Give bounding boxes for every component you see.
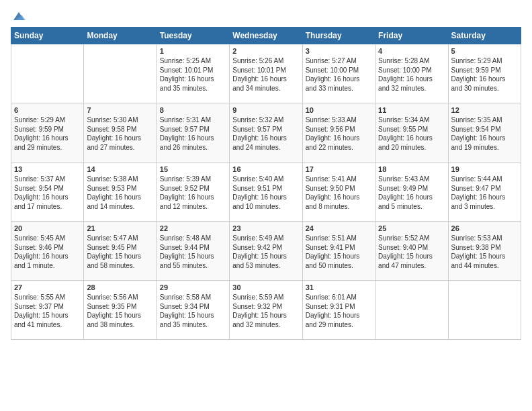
day-content: Sunrise: 5:48 AM Sunset: 9:44 PM Dayligh… (160, 234, 214, 269)
calendar-cell (84, 44, 157, 103)
day-number: 11 (378, 106, 445, 114)
header-cell-saturday: Saturday (448, 28, 521, 44)
day-number: 15 (160, 165, 226, 173)
calendar-cell: 20Sunrise: 5:45 AM Sunset: 9:46 PM Dayli… (11, 222, 84, 281)
calendar-week-1: 1Sunrise: 5:25 AM Sunset: 10:01 PM Dayli… (11, 44, 521, 103)
day-number: 16 (232, 165, 299, 173)
calendar-cell: 11Sunrise: 5:34 AM Sunset: 9:55 PM Dayli… (375, 103, 448, 163)
header-cell-friday: Friday (375, 28, 448, 44)
day-content: Sunrise: 5:38 AM Sunset: 9:53 PM Dayligh… (87, 175, 141, 210)
day-content: Sunrise: 5:59 AM Sunset: 9:32 PM Dayligh… (232, 293, 287, 328)
calendar-cell: 14Sunrise: 5:38 AM Sunset: 9:53 PM Dayli… (84, 163, 157, 222)
calendar-cell: 22Sunrise: 5:48 AM Sunset: 9:44 PM Dayli… (157, 222, 229, 281)
day-content: Sunrise: 5:43 AM Sunset: 9:49 PM Dayligh… (378, 175, 433, 210)
day-content: Sunrise: 5:52 AM Sunset: 9:40 PM Dayligh… (378, 234, 433, 269)
day-content: Sunrise: 5:58 AM Sunset: 9:34 PM Dayligh… (160, 293, 214, 328)
day-content: Sunrise: 5:53 AM Sunset: 9:38 PM Dayligh… (451, 234, 506, 269)
day-number: 26 (451, 224, 518, 232)
calendar-cell: 6Sunrise: 5:29 AM Sunset: 9:59 PM Daylig… (11, 103, 84, 163)
day-content: Sunrise: 5:30 AM Sunset: 9:58 PM Dayligh… (87, 116, 141, 151)
calendar-cell: 31Sunrise: 6:01 AM Sunset: 9:31 PM Dayli… (302, 281, 375, 340)
day-number: 10 (306, 106, 372, 114)
calendar-cell: 12Sunrise: 5:35 AM Sunset: 9:54 PM Dayli… (448, 103, 521, 163)
calendar-cell: 3Sunrise: 5:27 AM Sunset: 10:00 PM Dayli… (302, 44, 375, 103)
day-number: 29 (160, 283, 226, 291)
header-cell-sunday: Sunday (11, 28, 84, 44)
day-content: Sunrise: 5:55 AM Sunset: 9:37 PM Dayligh… (14, 293, 69, 328)
day-content: Sunrise: 5:51 AM Sunset: 9:41 PM Dayligh… (306, 234, 360, 269)
header-cell-thursday: Thursday (302, 28, 375, 44)
day-content: Sunrise: 6:01 AM Sunset: 9:31 PM Dayligh… (306, 293, 360, 328)
calendar-body: 1Sunrise: 5:25 AM Sunset: 10:01 PM Dayli… (11, 44, 521, 340)
calendar-cell: 2Sunrise: 5:26 AM Sunset: 10:01 PM Dayli… (230, 44, 302, 103)
day-number: 22 (160, 224, 226, 232)
day-number: 31 (306, 283, 372, 291)
calendar-cell: 16Sunrise: 5:40 AM Sunset: 9:51 PM Dayli… (230, 163, 302, 222)
calendar-table: SundayMondayTuesdayWednesdayThursdayFrid… (11, 27, 521, 340)
calendar-cell: 1Sunrise: 5:25 AM Sunset: 10:01 PM Dayli… (157, 44, 229, 103)
day-number: 14 (87, 165, 153, 173)
day-content: Sunrise: 5:29 AM Sunset: 9:59 PM Dayligh… (451, 57, 506, 92)
day-content: Sunrise: 5:26 AM Sunset: 10:01 PM Daylig… (232, 57, 287, 92)
page-header (11, 11, 521, 21)
calendar-week-3: 13Sunrise: 5:37 AM Sunset: 9:54 PM Dayli… (11, 163, 521, 222)
logo (11, 11, 26, 21)
day-content: Sunrise: 5:44 AM Sunset: 9:47 PM Dayligh… (451, 175, 506, 210)
header-cell-tuesday: Tuesday (157, 28, 229, 44)
calendar-cell: 8Sunrise: 5:31 AM Sunset: 9:57 PM Daylig… (157, 103, 229, 163)
day-content: Sunrise: 5:32 AM Sunset: 9:57 PM Dayligh… (232, 116, 287, 151)
calendar-cell: 19Sunrise: 5:44 AM Sunset: 9:47 PM Dayli… (448, 163, 521, 222)
calendar-cell: 21Sunrise: 5:47 AM Sunset: 9:45 PM Dayli… (84, 222, 157, 281)
calendar-cell (11, 44, 84, 103)
day-number: 25 (378, 224, 445, 232)
day-number: 1 (160, 47, 226, 55)
day-number: 7 (87, 106, 153, 114)
day-number: 28 (87, 283, 153, 291)
calendar-cell: 18Sunrise: 5:43 AM Sunset: 9:49 PM Dayli… (375, 163, 448, 222)
day-content: Sunrise: 5:31 AM Sunset: 9:57 PM Dayligh… (160, 116, 214, 151)
day-content: Sunrise: 5:34 AM Sunset: 9:55 PM Dayligh… (378, 116, 433, 151)
day-number: 23 (232, 224, 299, 232)
calendar-cell: 10Sunrise: 5:33 AM Sunset: 9:56 PM Dayli… (302, 103, 375, 163)
calendar-week-2: 6Sunrise: 5:29 AM Sunset: 9:59 PM Daylig… (11, 103, 521, 163)
day-content: Sunrise: 5:35 AM Sunset: 9:54 PM Dayligh… (451, 116, 506, 151)
day-content: Sunrise: 5:28 AM Sunset: 10:00 PM Daylig… (378, 57, 433, 92)
day-content: Sunrise: 5:29 AM Sunset: 9:59 PM Dayligh… (14, 116, 69, 151)
day-number: 12 (451, 106, 518, 114)
calendar-cell: 17Sunrise: 5:41 AM Sunset: 9:50 PM Dayli… (302, 163, 375, 222)
calendar-cell (375, 281, 448, 340)
header-cell-monday: Monday (84, 28, 157, 44)
day-content: Sunrise: 5:49 AM Sunset: 9:42 PM Dayligh… (232, 234, 287, 269)
day-content: Sunrise: 5:25 AM Sunset: 10:01 PM Daylig… (160, 57, 214, 92)
day-number: 21 (87, 224, 153, 232)
day-number: 30 (232, 283, 299, 291)
calendar-cell: 28Sunrise: 5:56 AM Sunset: 9:35 PM Dayli… (84, 281, 157, 340)
day-number: 2 (232, 47, 299, 55)
day-number: 18 (378, 165, 445, 173)
day-content: Sunrise: 5:47 AM Sunset: 9:45 PM Dayligh… (87, 234, 141, 269)
day-number: 13 (14, 165, 81, 173)
day-number: 8 (160, 106, 226, 114)
calendar-cell: 26Sunrise: 5:53 AM Sunset: 9:38 PM Dayli… (448, 222, 521, 281)
calendar-cell: 24Sunrise: 5:51 AM Sunset: 9:41 PM Dayli… (302, 222, 375, 281)
day-number: 27 (14, 283, 81, 291)
day-number: 24 (306, 224, 372, 232)
day-content: Sunrise: 5:37 AM Sunset: 9:54 PM Dayligh… (14, 175, 69, 210)
day-number: 5 (451, 47, 518, 55)
day-number: 4 (378, 47, 445, 55)
calendar-cell: 7Sunrise: 5:30 AM Sunset: 9:58 PM Daylig… (84, 103, 157, 163)
day-content: Sunrise: 5:56 AM Sunset: 9:35 PM Dayligh… (87, 293, 141, 328)
logo-icon (12, 11, 26, 21)
calendar-cell (448, 281, 521, 340)
calendar-cell: 13Sunrise: 5:37 AM Sunset: 9:54 PM Dayli… (11, 163, 84, 222)
day-number: 6 (14, 106, 81, 114)
day-number: 20 (14, 224, 81, 232)
calendar-week-5: 27Sunrise: 5:55 AM Sunset: 9:37 PM Dayli… (11, 281, 521, 340)
day-content: Sunrise: 5:45 AM Sunset: 9:46 PM Dayligh… (14, 234, 69, 269)
calendar-cell: 4Sunrise: 5:28 AM Sunset: 10:00 PM Dayli… (375, 44, 448, 103)
day-content: Sunrise: 5:27 AM Sunset: 10:00 PM Daylig… (306, 57, 360, 92)
day-content: Sunrise: 5:41 AM Sunset: 9:50 PM Dayligh… (306, 175, 360, 210)
calendar-cell: 15Sunrise: 5:39 AM Sunset: 9:52 PM Dayli… (157, 163, 229, 222)
day-number: 3 (306, 47, 372, 55)
calendar-cell: 30Sunrise: 5:59 AM Sunset: 9:32 PM Dayli… (230, 281, 302, 340)
